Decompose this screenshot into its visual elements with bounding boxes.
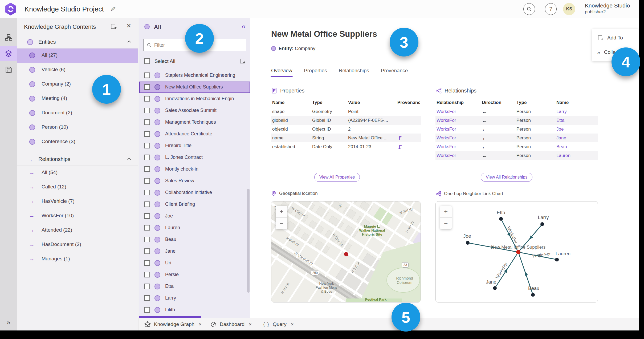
node-larry[interactable] xyxy=(540,222,544,226)
list-item[interactable]: Jane xyxy=(139,246,250,257)
entities-section-header[interactable]: Entities xyxy=(17,36,138,49)
list-item[interactable]: Client Briefing xyxy=(139,199,250,211)
node-etta[interactable] xyxy=(499,217,503,221)
rail-item-contents[interactable] xyxy=(0,46,17,61)
list-item[interactable]: Innovations in Mechanical Engin... xyxy=(139,93,250,105)
list-item[interactable]: Sales Associate Summit xyxy=(139,105,250,117)
related-entity-link[interactable]: Lauren xyxy=(555,153,598,158)
list-item[interactable]: Lauren xyxy=(139,222,250,234)
close-tab-icon[interactable]: × xyxy=(291,321,294,327)
close-tab-icon[interactable]: × xyxy=(249,321,252,327)
item-checkbox[interactable] xyxy=(144,131,150,137)
item-checkbox[interactable] xyxy=(144,84,150,90)
node-jane[interactable] xyxy=(493,286,497,290)
entity-type-item[interactable]: Conference (3) xyxy=(17,135,138,149)
relationship-row[interactable]: WorksFor ← Person Larry xyxy=(435,107,598,116)
expand-rail-icon[interactable]: » xyxy=(0,319,17,326)
list-item[interactable]: L. Jones Contract xyxy=(139,152,250,164)
property-row[interactable]: shape Geometry Point xyxy=(271,107,421,116)
add-to-button[interactable]: Add To xyxy=(592,32,639,44)
detail-tab[interactable]: Overview xyxy=(271,68,292,77)
relationship-link[interactable]: WorksFor xyxy=(435,144,481,150)
item-checkbox[interactable] xyxy=(144,119,150,125)
rail-item-save[interactable] xyxy=(0,62,17,77)
relationship-link[interactable]: WorksFor xyxy=(435,153,481,158)
zoom-out-button[interactable]: − xyxy=(276,218,287,229)
tab-query[interactable]: { } Query × xyxy=(263,318,294,331)
node-center[interactable] xyxy=(516,250,520,254)
close-tab-icon[interactable]: × xyxy=(199,321,202,327)
detail-tab[interactable]: Provenance xyxy=(381,68,408,77)
item-checkbox[interactable] xyxy=(144,237,150,242)
entity-type-item[interactable]: Person (10) xyxy=(17,120,138,135)
add-to-new-icon[interactable] xyxy=(110,23,117,30)
list-item[interactable]: Larry xyxy=(139,293,250,304)
list-item[interactable]: Joe xyxy=(139,211,250,222)
relationship-type-item[interactable]: → Attended (22) xyxy=(17,223,138,238)
item-checkbox[interactable] xyxy=(144,178,150,184)
relationship-row[interactable]: WorksFor ← Person Joe xyxy=(435,125,598,134)
avatar[interactable]: KS xyxy=(563,3,575,15)
list-item[interactable]: New Metal Office Suppliers xyxy=(139,82,250,93)
close-panel-icon[interactable]: ✕ xyxy=(127,22,131,29)
provenance-flag-icon[interactable] xyxy=(396,135,420,141)
list-item[interactable]: Lilith xyxy=(139,304,250,316)
relationship-link[interactable]: WorksFor xyxy=(435,118,481,123)
detail-tab[interactable]: Properties xyxy=(304,68,327,77)
property-row[interactable]: objectid Object ID 2 xyxy=(271,125,421,134)
item-checkbox[interactable] xyxy=(144,307,150,313)
property-row[interactable]: established Date Only 2014-01-23 xyxy=(271,142,421,151)
item-checkbox[interactable] xyxy=(144,213,150,219)
item-checkbox[interactable] xyxy=(144,108,150,113)
entity-type-item[interactable]: Document (2) xyxy=(17,106,138,120)
relationship-row[interactable]: WorksFor ← Person Beau xyxy=(435,142,598,151)
list-item[interactable]: Attendance Certificate xyxy=(139,128,250,140)
relationship-row[interactable]: WorksFor ← Person Etta xyxy=(435,116,598,125)
related-entity-link[interactable]: Beau xyxy=(555,144,598,150)
zoom-in-button[interactable]: + xyxy=(276,206,287,218)
item-checkbox[interactable] xyxy=(144,166,150,172)
item-checkbox[interactable] xyxy=(144,248,150,254)
map-card[interactable]: + − k Rd W Clay St Sa N 3rd St N 4th St … xyxy=(271,201,421,302)
add-to-new-icon[interactable] xyxy=(239,58,246,64)
relationship-type-item[interactable]: → HasDocument (2) xyxy=(17,238,138,252)
relationship-link[interactable]: WorksFor xyxy=(435,109,481,114)
item-checkbox[interactable] xyxy=(144,284,150,289)
item-checkbox[interactable] xyxy=(144,272,150,277)
user-info[interactable]: Knowledge Studio publisher2 xyxy=(585,2,630,15)
link-chart-card[interactable]: Etta Larry Joe Lauren Jane Beau New Meta… xyxy=(435,201,598,302)
item-checkbox[interactable] xyxy=(144,201,150,207)
rail-item-schema[interactable] xyxy=(0,30,17,45)
list-item[interactable]: Etta xyxy=(139,281,250,293)
list-item[interactable]: Uri xyxy=(139,257,250,269)
collapse-panel-icon[interactable]: « xyxy=(242,22,246,31)
relationship-row[interactable]: WorksFor ← Person Lauren xyxy=(435,151,598,160)
help-button[interactable]: ? xyxy=(545,3,557,15)
entity-type-item[interactable]: Vehicle (6) xyxy=(17,63,138,77)
relationship-type-item[interactable]: → Manages (1) xyxy=(17,252,138,267)
provenance-flag-icon[interactable] xyxy=(396,144,420,150)
linkchart-zoom-control[interactable]: + − xyxy=(440,206,452,229)
relationship-type-item[interactable]: → Called (12) xyxy=(17,180,138,195)
property-row[interactable]: name String New Metal Office ... xyxy=(271,134,421,142)
list-item[interactable]: Collaboration initiative xyxy=(139,187,250,199)
relationship-link[interactable]: WorksFor xyxy=(435,135,481,141)
item-checkbox[interactable] xyxy=(144,295,150,301)
node-lauren[interactable] xyxy=(555,258,559,261)
property-row[interactable]: globalid Global ID {A228944F-0EF5-... xyxy=(271,116,421,125)
list-item[interactable]: Persie xyxy=(139,269,250,281)
item-checkbox[interactable] xyxy=(144,225,150,231)
select-all-checkbox[interactable] xyxy=(144,58,150,64)
item-checkbox[interactable] xyxy=(144,72,150,78)
relationship-link[interactable]: WorksFor xyxy=(435,127,481,132)
view-all-properties-button[interactable]: View All Properties xyxy=(314,173,360,182)
node-beau[interactable] xyxy=(531,293,535,297)
list-item[interactable]: Firebird Title xyxy=(139,140,250,152)
item-checkbox[interactable] xyxy=(144,96,150,102)
entity-type-item[interactable]: All (27) xyxy=(17,49,138,63)
relationship-type-item[interactable]: → All (54) xyxy=(17,166,138,180)
item-checkbox[interactable] xyxy=(144,143,150,148)
edit-title-icon[interactable]: ✎ xyxy=(111,5,116,13)
item-checkbox[interactable] xyxy=(144,190,150,195)
list-item[interactable]: Beau xyxy=(139,234,250,246)
